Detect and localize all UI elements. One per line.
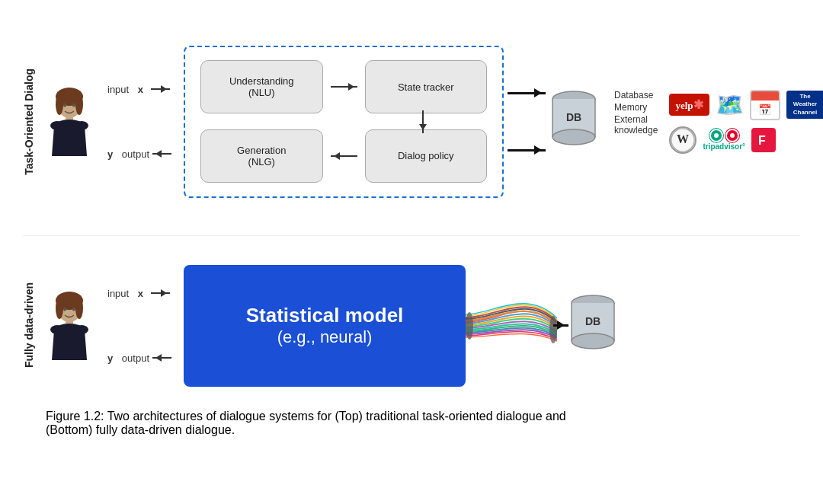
map-icon: 🗺️ — [716, 91, 744, 118]
nlg-module: Generation(NLG) — [200, 129, 323, 183]
bottom-io-labels: input x output y — [107, 261, 176, 391]
wikipedia-icon: W — [669, 126, 697, 154]
figure-caption: Figure 1.2: Two architectures of dialogu… — [23, 404, 800, 443]
tripadvisor-logo: tripadvisor° — [703, 129, 745, 151]
top-side-label: Task-Oriented Dialog — [23, 69, 35, 175]
knowledge-database: Database — [614, 90, 658, 100]
svg-point-11 — [552, 129, 595, 145]
top-output-label: output y — [107, 148, 176, 160]
nlu-module: Understanding(NLU) — [200, 60, 323, 113]
svg-point-23 — [72, 307, 75, 311]
svg-point-4 — [63, 103, 66, 107]
svg-text:DB: DB — [585, 315, 600, 327]
policy-to-nlg-arrow — [331, 155, 357, 157]
top-avatar — [43, 88, 96, 156]
svg-point-31 — [572, 333, 614, 349]
knowledge-external: External knowledge — [614, 114, 658, 136]
caption-line2: (Bottom) fully data-driven dialogue. — [46, 423, 777, 437]
bottom-db: DB — [568, 294, 618, 358]
bottom-side-label: Fully data-driven — [23, 282, 35, 368]
svg-point-28 — [549, 316, 557, 343]
bottom-input-label: input x — [107, 288, 176, 299]
svg-point-27 — [466, 312, 473, 340]
h-arrow-policy-nlg — [331, 155, 357, 157]
svg-point-26 — [75, 325, 88, 334]
calendar-icon: 📅 — [750, 90, 780, 120]
svg-point-2 — [56, 94, 63, 115]
bottom-avatar — [43, 292, 96, 360]
yelp-logo: yelp✱ — [669, 94, 709, 116]
nlu-to-state-arrow — [331, 86, 357, 88]
svg-point-7 — [50, 121, 64, 130]
svg-point-5 — [72, 103, 75, 107]
dashed-box: Understanding(NLU) State tracker Generat… — [184, 46, 504, 198]
svg-point-3 — [75, 94, 83, 115]
bottom-section: Fully data-driven input x — [23, 236, 800, 404]
statistical-model-box: Statistical model (e.g., neural) — [184, 265, 466, 387]
svg-text:W: W — [677, 132, 689, 145]
svg-text:DB: DB — [566, 111, 581, 123]
bottom-output-label: output y — [107, 352, 176, 364]
caption-line1: Figure 1.2: Two architectures of dialogu… — [46, 410, 777, 423]
foursquare-logo: F — [751, 128, 776, 152]
weather-channel-logo: The Weather Channel — [786, 91, 823, 119]
h-arrow-nlu-state — [331, 86, 357, 88]
top-io-labels: input x output y — [107, 57, 176, 187]
neural-wires — [466, 280, 557, 372]
knowledge-memory: Memory — [614, 102, 658, 113]
state-tracker-module: State tracker — [365, 60, 488, 113]
svg-point-20 — [56, 298, 63, 319]
svg-text:F: F — [758, 134, 766, 147]
svg-point-25 — [50, 325, 64, 334]
svg-point-22 — [63, 307, 66, 311]
top-section: Task-Oriented Dialog — [23, 15, 800, 236]
svg-point-8 — [75, 121, 88, 130]
top-db: DB — [549, 90, 599, 154]
top-input-label: input x — [107, 84, 176, 95]
main-container: Task-Oriented Dialog — [0, 0, 823, 504]
dialog-policy-module: Dialog policy — [365, 129, 488, 183]
svg-point-21 — [75, 298, 83, 319]
